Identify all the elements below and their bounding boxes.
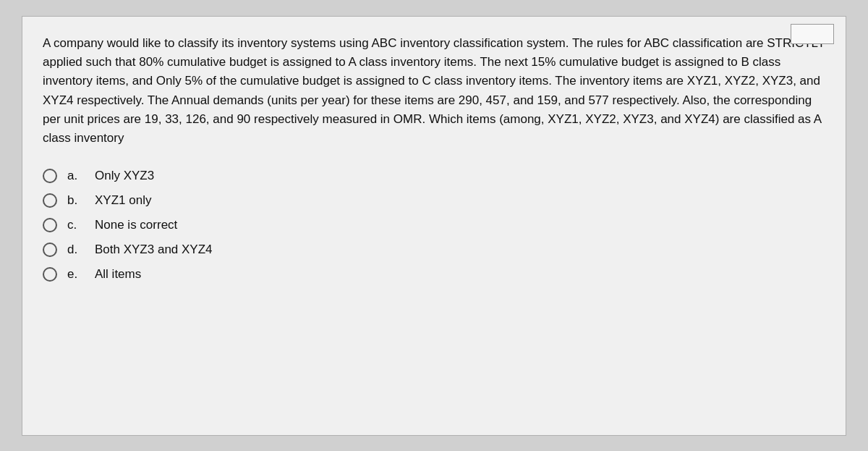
option-text-c: None is correct	[95, 218, 177, 232]
option-item-a[interactable]: a.Only XYZ3	[43, 169, 825, 183]
radio-c[interactable]	[43, 218, 57, 232]
option-item-b[interactable]: b.XYZ1 only	[43, 193, 825, 208]
option-label-a: a.	[67, 169, 85, 183]
radio-a[interactable]	[43, 169, 57, 183]
option-text-e: All items	[95, 267, 141, 282]
question-text: A company would like to classify its inv…	[43, 34, 825, 148]
option-item-c[interactable]: c.None is correct	[43, 218, 825, 232]
option-label-e: e.	[67, 267, 85, 282]
option-label-c: c.	[67, 218, 85, 232]
option-item-e[interactable]: e.All items	[43, 267, 825, 282]
radio-d[interactable]	[43, 243, 57, 257]
radio-e[interactable]	[43, 267, 57, 282]
option-text-b: XYZ1 only	[95, 193, 151, 208]
question-card: A company would like to classify its inv…	[22, 16, 846, 436]
option-item-d[interactable]: d.Both XYZ3 and XYZ4	[43, 243, 825, 257]
radio-b[interactable]	[43, 193, 57, 208]
options-list: a.Only XYZ3b.XYZ1 onlyc.None is correctd…	[43, 169, 825, 282]
option-label-d: d.	[67, 243, 85, 257]
top-right-box	[791, 24, 834, 44]
option-label-b: b.	[67, 193, 85, 208]
option-text-d: Both XYZ3 and XYZ4	[95, 243, 213, 257]
option-text-a: Only XYZ3	[95, 169, 154, 183]
